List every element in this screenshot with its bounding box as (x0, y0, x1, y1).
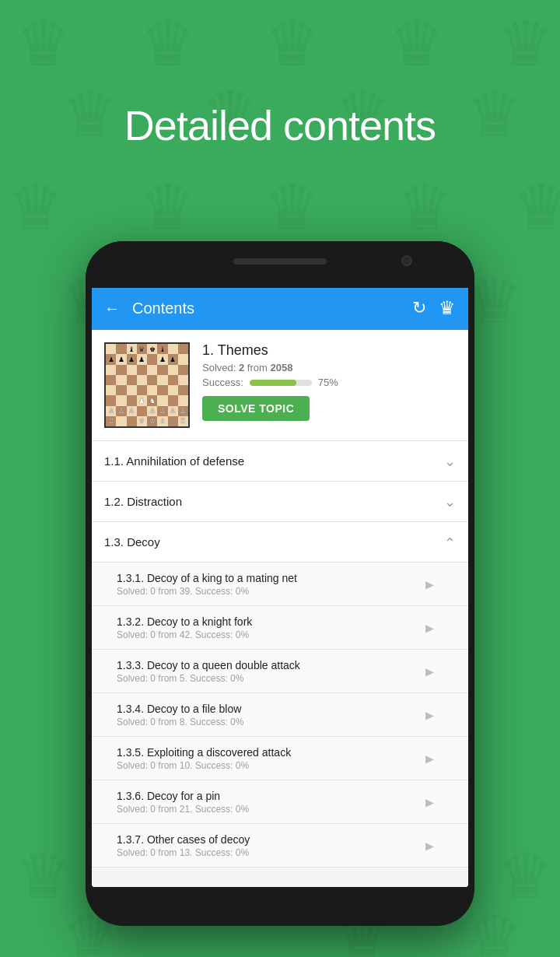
sub-item-content: 1.3.1. Decoy of a king to a mating net S… (117, 572, 425, 597)
phone-top-bar (86, 241, 474, 288)
sub-item-content: 1.3.3. Decoy to a queen double attack So… (117, 659, 425, 684)
topic-card: ♝♛♚♝♟♟♟♟♟♟♟♞♙♙♙♙♙♙♙♖♕♔♗♘♖ 1. Themes Solv… (92, 330, 468, 441)
sub-item-content: 1.3.4. Decoy to a file blow Solved: 0 fr… (117, 703, 425, 727)
phone-screen: ← Contents ↻ ♛ ♝♛♚♝♟♟♟♟♟♟♟♞♙♙♙♙♙♙♙♖♕♔♗♘♖… (92, 286, 468, 887)
chevron-up-icon: ⌄ (444, 534, 456, 551)
section-1-3[interactable]: 1.3. Decoy ⌄ (92, 522, 468, 563)
section-1-1[interactable]: 1.1. Annihilation of defense ⌄ (92, 441, 468, 482)
refresh-icon[interactable]: ↻ (412, 298, 426, 318)
list-item[interactable]: 1.3.5. Exploiting a discovered attack So… (92, 737, 468, 780)
topic-title: 1. Themes (202, 342, 456, 359)
chevron-down-icon: ⌄ (444, 493, 456, 510)
back-button[interactable]: ← (104, 300, 120, 317)
sub-item-content: 1.3.5. Exploiting a discovered attack So… (117, 746, 425, 771)
sub-item-title: 1.3.6. Decoy for a pin (117, 790, 425, 802)
page-title: Detailed contents (0, 101, 560, 149)
sub-item-title: 1.3.5. Exploiting a discovered attack (117, 746, 425, 759)
list-item[interactable]: 1.3.3. Decoy to a queen double attack So… (92, 650, 468, 693)
section-1-2-label: 1.2. Distraction (104, 495, 444, 508)
sub-item-content: 1.3.6. Decoy for a pin Solved: 0 from 21… (117, 790, 425, 815)
sub-item-title: 1.3.1. Decoy of a king to a mating net (117, 572, 425, 584)
speaker-grill (233, 258, 327, 265)
play-icon: ▶ (425, 578, 434, 591)
progress-bar (250, 380, 312, 386)
sub-item-title: 1.3.4. Decoy to a file blow (117, 703, 425, 715)
sub-item-meta: Solved: 0 from 5. Success: 0% (117, 673, 425, 684)
play-icon: ▶ (425, 840, 434, 852)
list-item[interactable]: 1.3.1. Decoy of a king to a mating net S… (92, 563, 468, 606)
success-row: Success: 75% (202, 377, 456, 388)
solve-topic-button[interactable]: SOLVE TOPIC (202, 396, 310, 421)
progress-bar-fill (250, 380, 296, 386)
topic-info: 1. Themes Solved: 2 from 2058 Success: 7… (202, 342, 456, 428)
sub-item-meta: Solved: 0 from 13. Success: 0% (117, 847, 425, 858)
list-item[interactable]: 1.3.7. Other cases of decoy Solved: 0 fr… (92, 824, 468, 868)
app-bar-title: Contents (132, 300, 400, 317)
phone-frame: ← Contents ↻ ♛ ♝♛♚♝♟♟♟♟♟♟♟♞♙♙♙♙♙♙♙♖♕♔♗♘♖… (86, 241, 474, 926)
sub-item-meta: Solved: 0 from 21. Success: 0% (117, 804, 425, 815)
play-icon: ▶ (425, 709, 434, 721)
list-item[interactable]: 1.3.2. Decoy to a knight fork Solved: 0 … (92, 606, 468, 650)
play-icon: ▶ (425, 622, 434, 634)
sub-item-title: 1.3.7. Other cases of decoy (117, 833, 425, 846)
front-camera (401, 255, 412, 266)
section-1-3-label: 1.3. Decoy (104, 535, 444, 549)
sub-item-title: 1.3.3. Decoy to a queen double attack (117, 659, 425, 671)
sub-item-meta: Solved: 0 from 39. Success: 0% (117, 586, 425, 597)
screen-content: ♝♛♚♝♟♟♟♟♟♟♟♞♙♙♙♙♙♙♙♖♕♔♗♘♖ 1. Themes Solv… (92, 330, 468, 887)
list-item[interactable]: 1.3.6. Decoy for a pin Solved: 0 from 21… (92, 780, 468, 824)
list-item[interactable]: 1.3.4. Decoy to a file blow Solved: 0 fr… (92, 693, 468, 737)
topic-solved-text: Solved: 2 from 2058 (202, 362, 456, 373)
section-1-1-label: 1.1. Annihilation of defense (104, 454, 444, 468)
sub-item-meta: Solved: 0 from 8. Success: 0% (117, 717, 425, 727)
sub-item-meta: Solved: 0 from 42. Success: 0% (117, 629, 425, 640)
sub-item-title: 1.3.2. Decoy to a knight fork (117, 615, 425, 628)
sub-item-content: 1.3.7. Other cases of decoy Solved: 0 fr… (117, 833, 425, 858)
play-icon: ▶ (425, 752, 434, 765)
sub-item-meta: Solved: 0 from 10. Success: 0% (117, 760, 425, 771)
sub-item-content: 1.3.2. Decoy to a knight fork Solved: 0 … (117, 615, 425, 640)
play-icon: ▶ (425, 665, 434, 678)
play-icon: ▶ (425, 796, 434, 808)
app-bar: ← Contents ↻ ♛ (92, 286, 468, 330)
success-percentage: 75% (318, 377, 338, 388)
section-1-2[interactable]: 1.2. Distraction ⌄ (92, 482, 468, 522)
success-label: Success: (202, 377, 243, 388)
chess-board-thumbnail: ♝♛♚♝♟♟♟♟♟♟♟♞♙♙♙♙♙♙♙♖♕♔♗♘♖ (104, 342, 190, 428)
butterfly-icon[interactable]: ♛ (439, 297, 456, 319)
chevron-down-icon: ⌄ (444, 453, 456, 470)
